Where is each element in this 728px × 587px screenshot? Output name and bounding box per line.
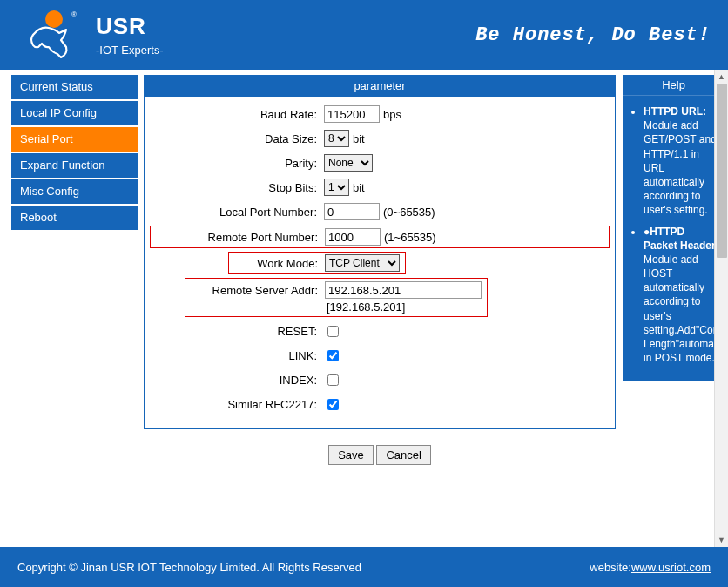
sidebar: Current Status Local IP Config Serial Po…: [0, 70, 138, 547]
copyright: Copyright © Jinan USR IOT Technology Lim…: [17, 561, 361, 574]
scroll-up-icon[interactable]: ▲: [715, 70, 728, 84]
help-item-text: Module add GET/POST and HTTP/1.1 in URL …: [644, 119, 717, 216]
help-panel: Help HTTPD URL: Module add GET/POST and …: [623, 75, 725, 381]
baud-rate-label: Baud Rate:: [150, 108, 324, 121]
remote-addr-highlight: Remote Server Addr: [192.168.5.201]: [185, 278, 488, 317]
cancel-button[interactable]: Cancel: [376, 445, 430, 465]
scrollbar[interactable]: ▲ ▼: [714, 70, 728, 547]
right-column: Help HTTPD URL: Module add GET/POST and …: [619, 70, 728, 547]
website-block: website:www.usriot.com: [590, 561, 711, 574]
rfc2217-label: Similar RFC2217:: [150, 398, 324, 411]
index-checkbox[interactable]: [327, 374, 339, 386]
stop-bits-select[interactable]: 1: [324, 179, 349, 196]
index-label: INDEX:: [150, 374, 324, 387]
main-area: Current Status Local IP Config Serial Po…: [0, 70, 728, 547]
link-label: LINK:: [150, 349, 324, 362]
remote-addr-resolved: [192.168.5.201]: [325, 300, 405, 314]
remote-port-hint: (1~65535): [384, 231, 436, 244]
local-port-label: Local Port Number:: [150, 206, 324, 219]
form-body: Baud Rate: bps Data Size: 8 bit Parity:: [145, 97, 615, 428]
data-size-select[interactable]: 8: [324, 130, 349, 147]
sidebar-item-local-ip-config[interactable]: Local IP Config: [11, 101, 138, 125]
local-port-hint: (0~65535): [383, 206, 435, 219]
header: ® USR -IOT Experts- Be Honest, Do Best!: [0, 0, 728, 70]
sidebar-item-serial-port[interactable]: Serial Port: [11, 127, 138, 152]
sidebar-item-reboot[interactable]: Reboot: [11, 206, 138, 230]
svg-text:®: ®: [71, 10, 77, 18]
remote-addr-label: Remote Server Addr:: [187, 284, 325, 297]
local-port-input[interactable]: [324, 203, 380, 220]
parameter-panel: parameter Baud Rate: bps Data Size: 8 bi…: [144, 75, 616, 429]
parity-select[interactable]: None: [324, 154, 373, 172]
website-link[interactable]: www.usriot.com: [631, 561, 711, 574]
brand-block: USR -IOT Experts-: [96, 13, 164, 57]
rfc2217-checkbox[interactable]: [327, 399, 339, 410]
work-mode-highlight: Work Mode: TCP Client: [228, 252, 406, 274]
help-item-heading: ●HTTPD Packet Header:: [644, 226, 719, 252]
data-size-label: Data Size:: [150, 132, 324, 145]
baud-rate-unit: bps: [383, 108, 401, 121]
parity-label: Parity:: [150, 157, 324, 170]
scrollbar-thumb[interactable]: [717, 84, 727, 258]
footer: Copyright © Jinan USR IOT Technology Lim…: [0, 547, 728, 587]
save-button[interactable]: Save: [328, 445, 374, 465]
remote-port-input[interactable]: [325, 228, 381, 246]
center-column: parameter Baud Rate: bps Data Size: 8 bi…: [138, 70, 619, 547]
stop-bits-unit: bit: [353, 181, 365, 194]
data-size-unit: bit: [353, 132, 365, 145]
work-mode-select[interactable]: TCP Client: [325, 254, 400, 272]
brand-subtitle: -IOT Experts-: [96, 44, 164, 57]
scroll-down-icon[interactable]: ▼: [715, 533, 728, 547]
baud-rate-input[interactable]: [324, 105, 380, 123]
reset-label: RESET:: [150, 325, 324, 338]
brand-name: USR: [96, 13, 164, 40]
sidebar-item-expand-function[interactable]: Expand Function: [11, 153, 138, 178]
reset-checkbox[interactable]: [327, 326, 339, 337]
panel-title: parameter: [145, 76, 615, 97]
help-item-heading: HTTPD URL:: [644, 105, 706, 118]
logo-icon: ®: [17, 9, 80, 61]
link-checkbox[interactable]: [327, 350, 339, 361]
sidebar-item-current-status[interactable]: Current Status: [11, 75, 138, 99]
stop-bits-label: Stop Bits:: [150, 181, 324, 194]
remote-port-label: Remote Port Number:: [152, 231, 325, 244]
logo: ® USR -IOT Experts-: [17, 9, 164, 61]
button-row: Save Cancel: [144, 445, 616, 465]
help-title: Help: [623, 75, 725, 96]
work-mode-label: Work Mode:: [231, 257, 325, 270]
website-label: website:: [590, 561, 631, 574]
remote-addr-input[interactable]: [325, 281, 482, 299]
help-body: HTTPD URL: Module add GET/POST and HTTP/…: [623, 96, 725, 381]
sidebar-item-misc-config[interactable]: Misc Config: [11, 179, 138, 204]
remote-port-highlight: Remote Port Number: (1~65535): [150, 226, 610, 248]
slogan: Be Honest, Do Best!: [475, 24, 711, 46]
svg-point-0: [45, 10, 63, 28]
